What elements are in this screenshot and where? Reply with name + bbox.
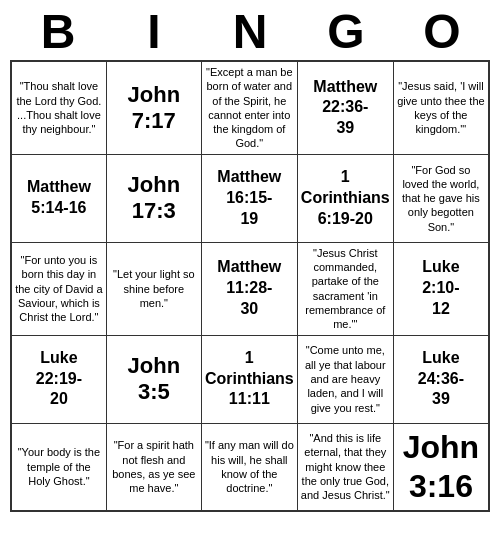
bingo-letter: B xyxy=(18,8,98,56)
bingo-header: BINGO xyxy=(10,0,490,60)
grid-cell: John3:16 xyxy=(393,423,489,511)
grid-cell: "Come unto me, all ye that labour and ar… xyxy=(297,335,393,423)
grid-cell: Matthew11:28-30 xyxy=(201,242,297,335)
bingo-letter: G xyxy=(306,8,386,56)
grid-cell: Matthew16:15-19 xyxy=(201,154,297,242)
grid-cell: "Thou shalt love the Lord thy God. ...Th… xyxy=(11,61,106,154)
grid-cell: "And this is life eternal, that they mig… xyxy=(297,423,393,511)
grid-cell: "If any man will do his will, he shall k… xyxy=(201,423,297,511)
grid-cell: John7:17 xyxy=(106,61,201,154)
grid-cell: Luke24:36-39 xyxy=(393,335,489,423)
grid-cell: John17:3 xyxy=(106,154,201,242)
grid-cell: "For a spirit hath not flesh and bones, … xyxy=(106,423,201,511)
grid-cell: John3:5 xyxy=(106,335,201,423)
grid-cell: "Let your light so shine before men." xyxy=(106,242,201,335)
bingo-letter: O xyxy=(402,8,482,56)
grid-cell: Matthew22:36-39 xyxy=(297,61,393,154)
grid-cell: 1Corinthians11:11 xyxy=(201,335,297,423)
bingo-grid: "Thou shalt love the Lord thy God. ...Th… xyxy=(10,60,490,512)
grid-cell: Matthew5:14-16 xyxy=(11,154,106,242)
grid-cell: "Jesus said, 'I will give unto thee the … xyxy=(393,61,489,154)
bingo-letter: I xyxy=(114,8,194,56)
grid-cell: "For unto you is born this day in the ci… xyxy=(11,242,106,335)
grid-cell: "Your body is the temple of the Holy Gho… xyxy=(11,423,106,511)
grid-cell: "Jesus Christ commanded, partake of the … xyxy=(297,242,393,335)
grid-cell: 1Corinthians6:19-20 xyxy=(297,154,393,242)
grid-cell: Luke22:19-20 xyxy=(11,335,106,423)
grid-cell: "For God so loved the world, that he gav… xyxy=(393,154,489,242)
bingo-letter: N xyxy=(210,8,290,56)
grid-cell: Luke2:10-12 xyxy=(393,242,489,335)
grid-cell: "Except a man be born of water and of th… xyxy=(201,61,297,154)
